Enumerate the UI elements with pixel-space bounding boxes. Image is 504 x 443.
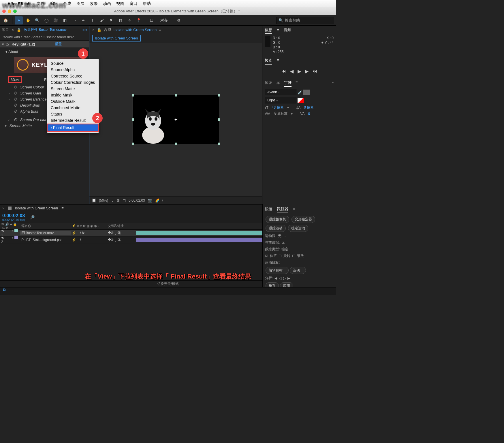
- handle-icon[interactable]: [175, 94, 177, 96]
- rectangle-tool-icon[interactable]: ▭: [70, 16, 78, 24]
- next-frame-icon[interactable]: ▶: [305, 69, 309, 74]
- tab-effect-controls[interactable]: 效果控件 BostonTerrier.mov: [24, 27, 67, 32]
- handle-icon[interactable]: [132, 143, 134, 145]
- menu-edit[interactable]: 编辑: [50, 1, 58, 6]
- dd-intermediate[interactable]: Intermediate Result: [47, 117, 99, 124]
- chevron-down-icon[interactable]: ⌄: [111, 198, 114, 202]
- preview-frame[interactable]: ✦: [133, 95, 219, 144]
- handle-icon[interactable]: [218, 118, 220, 121]
- reset-button[interactable]: 重置: [55, 42, 62, 47]
- zoom-value[interactable]: (50%): [99, 198, 108, 202]
- handle-icon[interactable]: [218, 94, 220, 96]
- stopwatch-icon[interactable]: ⏱: [14, 118, 18, 122]
- tab-project[interactable]: 项目: [2, 27, 9, 32]
- dd-outside-mask[interactable]: Outside Mask: [47, 98, 99, 105]
- first-frame-icon[interactable]: ⏮: [281, 69, 286, 74]
- layer-name[interactable]: BostonTerrier.mov: [26, 231, 54, 235]
- about-row[interactable]: ▾ About: [0, 48, 89, 56]
- tab-paragraph[interactable]: 段落: [265, 207, 272, 213]
- play-icon[interactable]: ▶: [298, 69, 301, 74]
- stroke-swatch[interactable]: [298, 98, 304, 103]
- timecode-display[interactable]: 0:00:02:03: [2, 213, 25, 218]
- prev-frame-icon[interactable]: ◀: [290, 69, 294, 74]
- last-frame-icon[interactable]: ⏭: [313, 69, 317, 74]
- text-tool-icon[interactable]: T: [89, 16, 97, 24]
- hand-tool-icon[interactable]: ✋: [24, 16, 32, 24]
- menu-file[interactable]: 文件: [37, 1, 45, 6]
- brush-tool-icon[interactable]: 🖌: [98, 16, 106, 24]
- stopwatch-icon[interactable]: ⏱: [14, 109, 18, 113]
- minimize-icon[interactable]: [8, 10, 11, 13]
- menu-view[interactable]: 视图: [116, 1, 124, 6]
- snapping-label[interactable]: 对齐: [160, 18, 168, 23]
- magnify-icon[interactable]: 🔲: [92, 198, 96, 202]
- tab-info[interactable]: 信息: [265, 27, 272, 34]
- color-mgmt-icon[interactable]: 🌈: [155, 198, 159, 202]
- tab-audio[interactable]: 音频: [284, 27, 291, 34]
- handle-icon[interactable]: [132, 118, 134, 121]
- pan-behind-icon[interactable]: ◧: [61, 16, 69, 24]
- stopwatch-icon[interactable]: ⏱: [14, 97, 18, 101]
- handle-icon[interactable]: [175, 143, 177, 145]
- home-icon[interactable]: 🏠: [2, 16, 10, 24]
- stabilize-motion-button[interactable]: 稳定运动: [288, 225, 308, 232]
- rot-checkbox[interactable]: ☐: [279, 254, 282, 258]
- stamp-tool-icon[interactable]: ⚑: [107, 16, 115, 24]
- motion-source-dropdown[interactable]: 无: [278, 234, 281, 238]
- font-size-value[interactable]: 43 像素: [272, 105, 284, 110]
- scale-checkbox[interactable]: ☐: [292, 254, 295, 258]
- timecode-value[interactable]: 0:00:02:03: [129, 198, 145, 202]
- panel-menu-icon[interactable]: ≡ »: [82, 28, 87, 32]
- dd-combined-matte[interactable]: Combined Matte: [47, 105, 99, 111]
- close-icon[interactable]: [2, 10, 6, 13]
- comp-name-chip[interactable]: Isolate with Green Screen: [92, 35, 141, 41]
- zoom-icon[interactable]: [13, 10, 17, 13]
- current-track-dropdown[interactable]: 无: [281, 240, 285, 245]
- stopwatch-icon[interactable]: ⏱: [14, 85, 18, 89]
- menu-window[interactable]: 窗口: [129, 1, 138, 6]
- stopwatch-icon[interactable]: ⏱: [14, 91, 18, 95]
- fill-swatch[interactable]: [303, 90, 310, 95]
- orbit-tool-icon[interactable]: ◯: [42, 16, 50, 24]
- viewport[interactable]: ✦: [89, 43, 262, 196]
- toggle-switches-button[interactable]: 切换开关/模式: [157, 281, 179, 286]
- pos-checkbox[interactable]: ☑: [265, 254, 268, 258]
- tab-preview[interactable]: 预览: [265, 58, 272, 65]
- dd-status[interactable]: Status: [47, 111, 99, 117]
- tab-presets[interactable]: 预设: [265, 80, 272, 87]
- workspace-icon[interactable]: ⚙: [175, 16, 183, 24]
- dd-screen-matte[interactable]: Screen Matte: [47, 86, 99, 92]
- tab-library[interactable]: 库: [276, 80, 280, 87]
- camera-icon[interactable]: 📷: [148, 198, 152, 202]
- tab-tracker[interactable]: 跟踪器: [277, 207, 288, 213]
- chevron-down-icon[interactable]: ▾: [2, 42, 4, 46]
- search-timeline-icon[interactable]: 🔎: [30, 215, 35, 219]
- close-tab-icon[interactable]: ×: [92, 28, 95, 32]
- mask-icon[interactable]: ◫: [123, 198, 126, 202]
- tab-character[interactable]: 字符: [284, 80, 292, 87]
- dd-corrected-source[interactable]: Corrected Source: [47, 73, 99, 79]
- track-motion-button[interactable]: 跟踪运动: [266, 225, 286, 232]
- zoom-tool-icon[interactable]: 🔍: [33, 16, 41, 24]
- menu-effect[interactable]: 效果: [90, 1, 98, 6]
- selection-tool-icon[interactable]: ➤: [15, 16, 23, 24]
- puppet-tool-icon[interactable]: 📍: [135, 16, 143, 24]
- col-source-name[interactable]: 源名称: [20, 224, 71, 228]
- camera-tool-icon[interactable]: 🎥: [52, 16, 60, 24]
- font-family-dropdown[interactable]: Avenir ⌄: [265, 89, 296, 95]
- status-icon[interactable]: ⧉: [0, 286, 8, 294]
- menubar-app[interactable]: After Effects: [7, 1, 31, 6]
- timeline-comp-name[interactable]: Isolate with Green Screen: [15, 206, 58, 210]
- menu-animation[interactable]: 动画: [103, 1, 111, 6]
- handle-icon[interactable]: [218, 143, 220, 145]
- dd-inside-mask[interactable]: Inside Mask: [47, 92, 99, 98]
- close-tab-icon[interactable]: ×: [12, 28, 14, 32]
- dd-source-alpha[interactable]: Source Alpha: [47, 67, 99, 73]
- dd-final-result[interactable]: Final Result: [47, 124, 99, 132]
- grid-icon[interactable]: ⊞: [117, 198, 120, 202]
- menu-composition[interactable]: 合成: [63, 1, 71, 6]
- search-input[interactable]: 🔍 搜索帮助: [277, 17, 334, 24]
- close-tab-icon[interactable]: ×: [2, 206, 5, 210]
- lock-icon[interactable]: 🔒: [17, 28, 21, 32]
- eraser-tool-icon[interactable]: ◧: [116, 16, 124, 24]
